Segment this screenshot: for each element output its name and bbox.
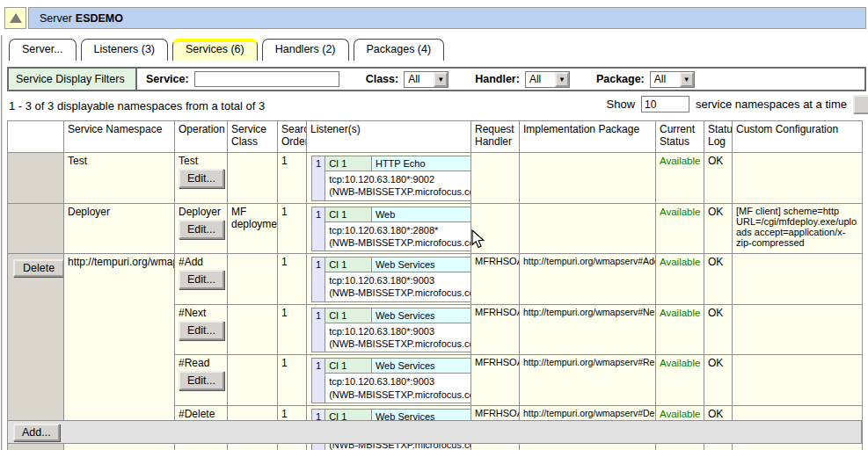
chevron-down-icon[interactable]: ▼ <box>555 72 569 87</box>
server-title-bar: Server ESDEMO <box>28 7 866 29</box>
class-select[interactable]: All ▼ <box>404 71 449 88</box>
namespace-count-summary: 1 - 3 of 3 displayable namespaces from a… <box>9 99 265 112</box>
listeners-cell: 1 CI 1 Web Services tcp:10.120.63.180*:9… <box>307 304 471 355</box>
col-service-class: Service Class <box>228 121 278 153</box>
listener-number: 1 <box>312 359 325 403</box>
listener-class: CI 1 <box>325 359 372 374</box>
operation-label: Test <box>179 155 198 167</box>
listener-address: tcp:10.120.63.180*:9002 <box>329 173 470 185</box>
custom-config-cell: [MF client] scheme=http URL=/cgi/mfdeplo… <box>733 203 863 254</box>
edit-button[interactable]: Edit... <box>179 371 224 390</box>
status-badge: Available <box>660 358 700 368</box>
listener-address-cell: tcp:10.120.63.180*:2808* (NWB-MBISSETXP.… <box>325 221 471 251</box>
tab-packages[interactable]: Packages (4) <box>354 39 445 61</box>
delete-button[interactable]: Delete <box>13 259 64 277</box>
listener-address: tcp:10.120.63.180*:9003 <box>329 325 470 338</box>
listener-class: CI 1 <box>325 258 372 272</box>
operation-label: #Next <box>179 307 206 319</box>
status-badge: Available <box>660 308 700 318</box>
operation-label: #Read <box>179 357 209 369</box>
listener-mini-table: 1 CI 1 Web tcp:10.120.63.180*:2808* (NWB… <box>311 207 471 252</box>
chevron-down-icon[interactable]: ▼ <box>680 72 694 87</box>
search-order-cell: 1 <box>278 153 307 204</box>
listener-host: (NWB-MBISSETXP.microfocus.com) <box>329 185 470 198</box>
add-button[interactable]: Add... <box>13 424 60 441</box>
status-badge: Available <box>660 207 700 217</box>
listeners-cell: 1 CI 1 HTTP Echo tcp:10.120.63.180*:9002… <box>307 153 471 204</box>
service-display-filters-bar: Service Display Filters Service: Class: … <box>7 67 866 91</box>
operation-cell: #Read Edit... <box>175 355 228 406</box>
add-service-row: Add... <box>7 420 862 444</box>
namespace-cell: Deployer <box>64 203 175 254</box>
operation-cell: #Add Edit... <box>175 254 228 305</box>
listener-class: CI 1 <box>325 308 372 323</box>
col-actions <box>8 121 64 153</box>
package-filter-label: Package: <box>596 73 645 85</box>
refresh-button-partial[interactable] <box>853 95 868 114</box>
service-filter-input[interactable] <box>194 71 339 87</box>
request-handler-cell: MFRHSOAP <box>471 304 520 355</box>
tab-handlers[interactable]: Handlers (2) <box>262 39 349 61</box>
handler-select-value: All <box>526 73 555 85</box>
listeners-cell: 1 CI 1 Web Services tcp:10.120.63.180*:9… <box>307 355 471 406</box>
tab-server[interactable]: Server... <box>9 39 77 61</box>
edit-button[interactable]: Edit... <box>179 169 224 188</box>
col-request-handler: Request Handler <box>471 121 520 153</box>
col-operation: Operation <box>175 121 228 153</box>
edit-button[interactable]: Edit... <box>179 321 224 340</box>
show-count-input[interactable] <box>641 96 689 112</box>
tab-services[interactable]: Services (6) <box>172 39 258 61</box>
package-select[interactable]: All ▼ <box>650 71 695 88</box>
search-order-cell: 1 <box>278 355 307 406</box>
operation-label: Deployer <box>179 206 221 218</box>
listener-mini-table: 1 CI 1 HTTP Echo tcp:10.120.63.180*:9002… <box>311 156 471 201</box>
table-header-row: Service Namespace Operation Service Clas… <box>8 121 863 153</box>
status-badge: Available <box>660 409 700 419</box>
listener-number: 1 <box>312 207 325 251</box>
col-service-namespace: Service Namespace <box>64 121 175 153</box>
status-badge: Available <box>660 257 700 267</box>
pagination-row: 1 - 3 of 3 displayable namespaces from a… <box>9 95 866 118</box>
listener-mini-table: 1 CI 1 Web Services tcp:10.120.63.180*:9… <box>311 257 471 302</box>
handler-select[interactable]: All ▼ <box>525 71 570 88</box>
chevron-down-icon[interactable]: ▼ <box>434 72 448 87</box>
listener-class: CI 1 <box>325 156 372 171</box>
show-suffix-label: service namespaces at a time <box>696 98 847 111</box>
server-header: Server ESDEMO <box>4 7 866 29</box>
package-select-value: All <box>651 73 680 85</box>
col-current-status: Current Status <box>656 121 704 153</box>
status-log-cell: OK <box>704 203 733 254</box>
status-log-cell: OK <box>704 304 733 355</box>
implementation-cell: http://tempuri.org/wmapserv#Add <box>520 254 656 305</box>
listener-class: CI 1 <box>325 207 372 221</box>
implementation-cell: http://tempuri.org/wmapserv#Read <box>520 355 656 406</box>
status-badge: Available <box>660 156 700 166</box>
edit-button[interactable]: Edit... <box>179 220 224 239</box>
service-class-cell <box>228 355 278 406</box>
collapse-section-button[interactable] <box>4 7 26 29</box>
custom-config-cell <box>733 153 863 204</box>
services-table: Service Namespace Operation Service Clas… <box>7 120 863 450</box>
operation-label: #Add <box>179 256 203 268</box>
service-class-cell <box>228 304 278 355</box>
filters-title: Service Display Filters <box>9 69 137 90</box>
listener-name: HTTP Echo <box>371 156 470 171</box>
listener-address: tcp:10.120.63.180*:2808* <box>329 224 470 236</box>
listener-host: (NWB-MBISSETXP.microfocus.com) <box>329 287 470 299</box>
request-handler-cell <box>471 153 520 204</box>
request-handler-cell: MFRHSOAP <box>471 254 520 305</box>
edit-button[interactable]: Edit... <box>179 270 224 289</box>
custom-config-cell <box>733 304 863 355</box>
listeners-cell: 1 CI 1 Web Services tcp:10.120.63.180*:9… <box>307 254 471 305</box>
listener-host: (NWB-MBISSETXP.microfocus.com) <box>329 338 470 350</box>
tab-listeners[interactable]: Listeners (3) <box>81 39 168 61</box>
listener-address: tcp:10.120.63.180*:9003 <box>329 375 470 388</box>
mouse-cursor <box>471 229 487 250</box>
listener-mini-table: 1 CI 1 Web Services tcp:10.120.63.180*:9… <box>311 358 471 403</box>
status-log-cell: OK <box>704 153 733 204</box>
listener-mini-table: 1 CI 1 Web Services tcp:10.120.63.180*:9… <box>311 308 471 353</box>
listener-name: Web Services <box>371 258 470 272</box>
implementation-cell <box>520 153 656 204</box>
listener-address: tcp:10.120.63.180*:9003 <box>329 274 470 287</box>
filter-fields: Service: Class: All ▼ Handler: All ▼ Pac… <box>137 69 695 90</box>
